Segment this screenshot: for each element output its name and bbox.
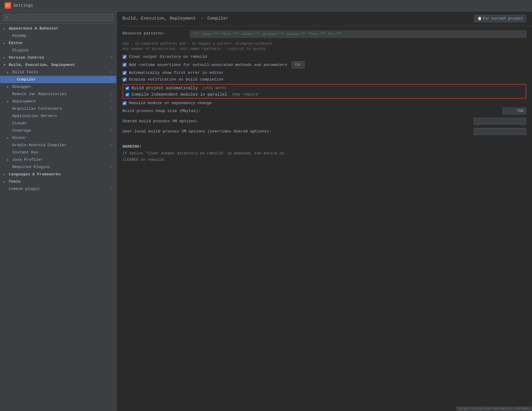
sidebar-label-deployment: Deployment xyxy=(12,99,36,104)
hint-line2: any number of directories; <dir_name>:<p… xyxy=(123,46,526,52)
sidebar-item-compiler[interactable]: ▶ Compiler ⟳ xyxy=(0,76,116,83)
arrow-placeholder xyxy=(7,114,10,118)
warning-box: WARNING! If option 'Clear output directo… xyxy=(123,144,526,163)
checkbox-show-first-error-label: Automatically show first error in editor xyxy=(129,71,223,75)
checkbox-build-auto[interactable] xyxy=(125,86,129,90)
arrow-icon: ▶ xyxy=(7,136,10,140)
sidebar-item-coverage[interactable]: Coverage ⟳ xyxy=(0,127,116,134)
shared-vm-input[interactable] xyxy=(474,118,526,125)
sidebar-label-build-tools: Build Tools xyxy=(12,70,38,74)
sidebar-item-gradle-android[interactable]: Gradle-Android Compiler ⟳ xyxy=(0,141,116,149)
sync-icon-build-tools: ⟳ xyxy=(110,70,113,74)
arrow-icon: ▶ xyxy=(12,78,15,81)
checkbox-show-first-error[interactable] xyxy=(123,71,127,75)
sidebar-label-java-profiler: Java Profiler xyxy=(12,158,43,162)
arrow-placeholder xyxy=(7,144,10,147)
sidebar-item-version-control[interactable]: ▶ Version Control ⟳ xyxy=(0,54,116,61)
sync-icon-gradle-android: ⟳ xyxy=(110,143,113,147)
breadcrumb-part2: Compiler xyxy=(207,16,228,21)
heap-size-input[interactable] xyxy=(503,108,526,114)
checkbox-clear-output[interactable] xyxy=(123,55,127,59)
sidebar-item-debugger[interactable]: ▶ Debugger xyxy=(0,83,116,90)
arrow-icon: ▶ xyxy=(4,41,7,45)
arrow-icon: ▶ xyxy=(7,85,10,89)
sidebar-item-arquillian[interactable]: Arquillian Containers ⟳ xyxy=(0,105,116,112)
heap-size-label: Build process heap size (Mbytes): xyxy=(123,109,499,113)
sync-icon-lombok: ⟳ xyxy=(110,187,113,191)
sidebar-item-editor[interactable]: ▶ Editor xyxy=(0,39,116,47)
arrow-placeholder xyxy=(7,49,10,52)
sidebar-label-appearance: Appearance & Behavior xyxy=(9,26,58,31)
sidebar-label-arquillian: Arquillian Containers xyxy=(12,106,62,111)
arrow-placeholder xyxy=(7,122,10,125)
shared-vm-label: Shared build process VM options: xyxy=(123,119,470,123)
resource-patterns-hint: Use ; to separate patterns and ! to nega… xyxy=(123,41,526,52)
user-vm-label: User-local build process VM options (ove… xyxy=(123,129,470,134)
arrow-icon: ▶ xyxy=(4,180,7,183)
resource-patterns-input[interactable] xyxy=(190,31,526,38)
sidebar-item-tools[interactable]: ▶ Tools xyxy=(0,178,116,185)
sidebar-label-docker: Docker xyxy=(12,136,27,140)
hint-line1: Use ; to separate patterns and ! to nega… xyxy=(123,41,526,46)
sidebar-label-app-servers: Application Servers xyxy=(12,114,57,118)
project-icon: 📋 xyxy=(477,16,482,21)
sidebar-item-lombok[interactable]: Lombok plugin ⟳ xyxy=(0,185,116,193)
sidebar-item-required-plugins[interactable]: Required Plugins ⟳ xyxy=(0,163,116,171)
sidebar-item-plugins[interactable]: Plugins xyxy=(0,47,116,54)
arrow-icon: ▶ xyxy=(4,173,7,176)
checkbox-compile-parallel-row: Compile independent modules in parallel … xyxy=(125,92,523,97)
checkbox-clear-output-label: Clear output directory on rebuild xyxy=(129,55,207,59)
checkbox-runtime-assertions-label: Add runtime assertions for notnull-annot… xyxy=(129,63,287,67)
checkbox-display-notification[interactable] xyxy=(123,78,127,82)
sidebar-item-keymap[interactable]: Keymap xyxy=(0,32,116,39)
sync-icon-version-control: ⟳ xyxy=(110,56,113,60)
checkbox-build-auto-row: Build project automatically (only works xyxy=(125,86,523,90)
shared-vm-row: Shared build process VM options: xyxy=(123,118,526,125)
footer-url: https://blog.csdn.net/weixin_44676081 xyxy=(459,407,530,410)
configure-annotations-button[interactable]: Cor xyxy=(292,61,305,68)
arrow-icon: ▶ xyxy=(7,158,10,162)
sidebar-label-plugins: Plugins xyxy=(12,48,29,53)
sidebar-item-appearance[interactable]: ▶ Appearance & Behavior xyxy=(0,25,116,32)
sidebar-item-languages[interactable]: ▶ Languages & Frameworks xyxy=(0,171,116,178)
build-auto-aside: (only works xyxy=(202,86,227,90)
sidebar-item-java-profiler[interactable]: ▶ Java Profiler xyxy=(0,156,116,163)
search-input[interactable] xyxy=(3,14,113,21)
sidebar-item-instant-run[interactable]: Instant Run xyxy=(0,149,116,156)
sidebar-item-clouds[interactable]: Clouds xyxy=(0,120,116,127)
app-window: IJ Settings ▶ Appearance & Behavior Keym… xyxy=(0,0,532,411)
sidebar-label-instant-run: Instant Run xyxy=(12,150,38,155)
checkbox-rebuild-module-label: Rebuild module on dependency change xyxy=(129,101,212,105)
warning-line1: If option 'Clear output directory on reb… xyxy=(123,150,526,157)
checkbox-compile-parallel[interactable] xyxy=(125,93,129,97)
sidebar-label-languages: Languages & Frameworks xyxy=(9,172,61,176)
sidebar-item-remote-jar[interactable]: Remote Jar Repositories ⟳ xyxy=(0,90,116,98)
sync-icon-remote-jar: ⟳ xyxy=(110,92,113,96)
arrow-placeholder xyxy=(7,165,10,169)
sidebar-item-build-tools[interactable]: ▶ Build Tools ⟳ xyxy=(0,69,116,76)
checkbox-rebuild-module[interactable] xyxy=(123,101,127,105)
title-bar: IJ Settings xyxy=(0,0,532,11)
sidebar-item-app-servers[interactable]: Application Servers xyxy=(0,112,116,120)
resource-patterns-label: Resource patterns: xyxy=(123,31,187,36)
breadcrumb-separator: › xyxy=(200,16,203,21)
compile-parallel-aside: (may require xyxy=(232,92,258,97)
sidebar-label-coverage: Coverage xyxy=(12,128,31,133)
checkbox-rebuild-module-row: Rebuild module on dependency change xyxy=(123,101,526,105)
arrow-placeholder xyxy=(4,187,7,190)
checkbox-display-notification-row: Display notification on build completion xyxy=(123,77,526,82)
sidebar-item-docker[interactable]: ▶ Docker xyxy=(0,134,116,141)
resource-patterns-row: Resource patterns: xyxy=(123,31,526,38)
sidebar-item-build-exec-deploy[interactable]: ▼ Build, Execution, Deployment xyxy=(0,61,116,69)
user-vm-input[interactable] xyxy=(474,128,526,135)
sidebar-label-compiler: Compiler xyxy=(17,77,36,82)
for-current-project-button[interactable]: 📋 For current project xyxy=(474,15,526,22)
checkbox-runtime-assertions[interactable] xyxy=(123,63,127,67)
sidebar-item-deployment[interactable]: ▶ Deployment ⟳ xyxy=(0,98,116,105)
panel-body: Resource patterns: Use ; to separate pat… xyxy=(117,26,532,411)
warning-title: WARNING! xyxy=(123,144,526,150)
panel-header: Build, Execution, Deployment › Compiler … xyxy=(117,11,532,26)
arrow-icon: ▶ xyxy=(4,56,7,60)
main-content: ▶ Appearance & Behavior Keymap ▶ Editor … xyxy=(0,11,532,411)
arrow-placeholder xyxy=(7,129,10,132)
